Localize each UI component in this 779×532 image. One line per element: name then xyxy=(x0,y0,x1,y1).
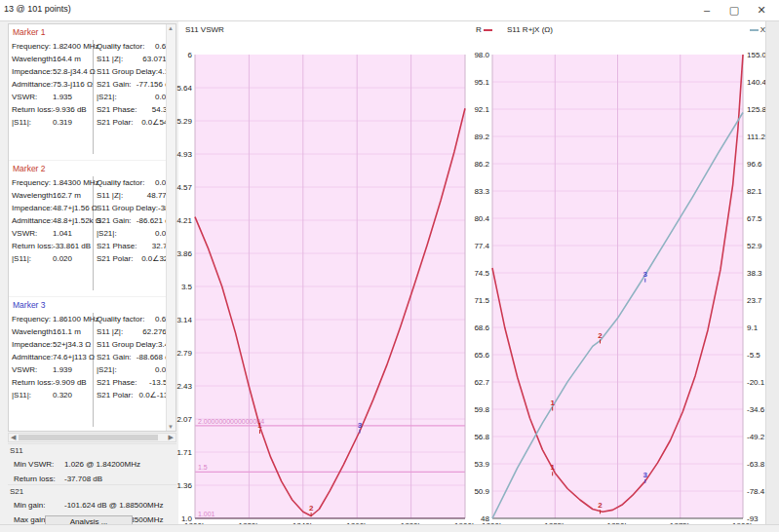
window-controls: – ▢ ✕ xyxy=(693,0,775,20)
s11-summary-title: S11 xyxy=(8,443,176,457)
field-label: S21 Polar: xyxy=(97,116,133,129)
vswr-chart-plot[interactable]: 65.645.294.934.574.213.863.53.142.792.43… xyxy=(180,35,469,522)
svg-text:23.7: 23.7 xyxy=(747,296,762,305)
s11-min-vswr-row: Min VSWR: 1.026 @ 1.84200MHz xyxy=(8,457,176,472)
x-series-swatch-icon xyxy=(750,29,759,31)
svg-text:9.1: 9.1 xyxy=(747,323,759,332)
marker-fields-right: Quality factor:0.661S11 |Z|:62.276 ΩS11 … xyxy=(97,313,175,401)
marker-sections: Marker 1Frequency:1.82400 MHzWavelength:… xyxy=(9,24,175,432)
field-label: S21 Gain: xyxy=(97,78,132,91)
marker-field-row: Admittance:74.6+j113 Ω xyxy=(12,351,92,363)
marker-panel-horizontal-scrollbar[interactable]: ◀ ▶ xyxy=(8,433,176,442)
marker-field-row: VSWR:1.935 xyxy=(12,91,92,103)
svg-text:65.6: 65.6 xyxy=(474,351,489,360)
marker-field-row: S21 Gain:-88.668 dB xyxy=(97,351,175,363)
marker-field-row: Frequency:1.84300 MHz xyxy=(12,176,92,189)
r-legend-label: R xyxy=(476,25,482,34)
field-label: Wavelength: xyxy=(12,325,53,338)
svg-text:77.4: 77.4 xyxy=(474,242,489,250)
field-label: |S21|: xyxy=(97,363,117,376)
svg-text:-78.4: -78.4 xyxy=(747,487,765,496)
svg-text:59.8: 59.8 xyxy=(474,405,489,414)
marker-field-row: Wavelength:162.7 m xyxy=(12,189,92,202)
marker-field-row: S21 Phase:54.37° xyxy=(97,103,175,116)
svg-text:3: 3 xyxy=(358,421,363,430)
svg-text:3: 3 xyxy=(643,270,648,279)
scroll-down-icon[interactable]: ▼ xyxy=(168,424,174,430)
svg-text:2: 2 xyxy=(309,504,314,513)
field-label: S21 Gain: xyxy=(97,214,132,227)
scrollbar-thumb[interactable] xyxy=(19,435,158,440)
marker-field-row: S21 Phase:32.73° xyxy=(97,240,175,252)
field-label: S21 Polar: xyxy=(97,389,133,401)
marker-field-row: |S21|:0.000 xyxy=(97,227,175,240)
svg-text:38.3: 38.3 xyxy=(747,269,762,278)
field-label: Wavelength: xyxy=(12,189,53,202)
svg-text:155.0: 155.0 xyxy=(747,51,767,59)
field-label: Admittance: xyxy=(12,78,53,91)
svg-text:3.14: 3.14 xyxy=(176,316,192,324)
field-value: 1.82400 MHz xyxy=(53,40,99,53)
svg-text:98.0: 98.0 xyxy=(474,51,489,59)
scroll-right-icon[interactable]: ▶ xyxy=(169,434,174,441)
marker-2-section: Marker 2Frequency:1.84300 MHzWavelength:… xyxy=(9,161,175,297)
marker-1-section: Marker 1Frequency:1.82400 MHzWavelength:… xyxy=(9,24,175,161)
marker-field-row: S21 Gain:-77.156 dB xyxy=(97,78,175,91)
title-bar: 13 @ 101 points) – ▢ ✕ xyxy=(0,0,779,21)
marker-fields-left: Frequency:1.86100 MHzWavelength:161.1 mI… xyxy=(12,313,92,401)
marker-field-row: S21 Polar:0.0∠54.3 xyxy=(97,116,175,129)
field-value: 162.7 m xyxy=(53,189,81,202)
s21-min-gain-label: Min gain: xyxy=(14,498,64,513)
marker-field-row: VSWR:1.041 xyxy=(12,227,92,240)
svg-text:3.5: 3.5 xyxy=(181,283,193,291)
s11-min-vswr-value: 1.026 @ 1.84200MHz xyxy=(64,457,140,472)
svg-text:111.2: 111.2 xyxy=(747,133,765,141)
app-window: 13 @ 101 points) – ▢ ✕ Marker 1Frequency… xyxy=(0,0,779,532)
rjx-chart-plot[interactable]: 98.095.192.189.286.283.380.477.474.571.5… xyxy=(471,35,779,522)
close-icon[interactable]: ✕ xyxy=(748,0,775,20)
column-divider xyxy=(93,176,94,290)
right-scrollbar-track[interactable] xyxy=(765,21,779,525)
vswr-chart[interactable]: S11 VSWR 65.645.294.934.574.213.863.53.1… xyxy=(180,23,469,522)
field-label: Impedance: xyxy=(12,338,53,351)
scroll-up-icon[interactable]: ▲ xyxy=(168,25,174,31)
vswr-chart-title: S11 VSWR xyxy=(185,25,224,34)
marker-3-section: Marker 3Frequency:1.86100 MHzWavelength:… xyxy=(9,297,175,432)
field-value: 48.8+j1.52k Ω xyxy=(53,214,101,227)
field-label: |S21|: xyxy=(97,91,117,103)
marker-field-row: S11 |Z|:62.276 Ω xyxy=(97,325,175,338)
svg-text:4.57: 4.57 xyxy=(176,183,192,192)
field-value: 0.319 xyxy=(53,116,72,129)
svg-text:2.79: 2.79 xyxy=(176,349,192,358)
svg-text:140.4: 140.4 xyxy=(747,78,767,87)
marker-field-row: Quality factor:0.652 xyxy=(97,40,175,53)
scroll-left-icon[interactable]: ◀ xyxy=(11,434,16,441)
svg-text:-63.8: -63.8 xyxy=(747,460,765,469)
svg-text:1.5: 1.5 xyxy=(198,464,208,471)
field-label: |S11|: xyxy=(12,252,53,265)
r-series-swatch-icon xyxy=(484,29,492,31)
column-divider xyxy=(93,40,94,154)
field-label: Return loss: xyxy=(12,240,53,252)
marker-field-row: Return loss:-9.909 dB xyxy=(12,376,92,389)
marker-3-title: Marker 3 xyxy=(13,300,46,310)
field-label: Frequency: xyxy=(12,40,53,53)
field-label: Frequency: xyxy=(12,176,53,189)
field-label: VSWR: xyxy=(12,91,53,103)
marker-fields-right: Quality factor:0.032S11 |Z|:48.77 ΩS11 G… xyxy=(97,176,175,265)
svg-text:125.8: 125.8 xyxy=(747,105,767,114)
minimize-icon[interactable]: – xyxy=(693,0,721,20)
field-label: Quality factor: xyxy=(97,40,144,53)
field-label: |S11|: xyxy=(12,389,53,401)
rjx-chart[interactable]: R S11 R+jX (Ω) X 98.095.192.189.286.283.… xyxy=(471,23,779,522)
marker-field-row: Admittance:75.3-j116 Ω xyxy=(12,78,92,91)
field-value: 1.041 xyxy=(53,227,72,240)
marker-field-row: VSWR:1.939 xyxy=(12,363,92,376)
marker-field-row: Impedance:52+j34.3 Ω xyxy=(12,338,92,351)
maximize-icon[interactable]: ▢ xyxy=(721,0,748,20)
field-label: S21 Gain: xyxy=(97,351,132,363)
svg-text:2.0000000000000004: 2.0000000000000004 xyxy=(198,418,264,425)
marker-panel-vertical-scrollbar[interactable]: ▲ ▼ xyxy=(166,24,175,431)
marker-field-row: Quality factor:0.661 xyxy=(97,313,175,325)
svg-text:62.7: 62.7 xyxy=(474,378,489,387)
